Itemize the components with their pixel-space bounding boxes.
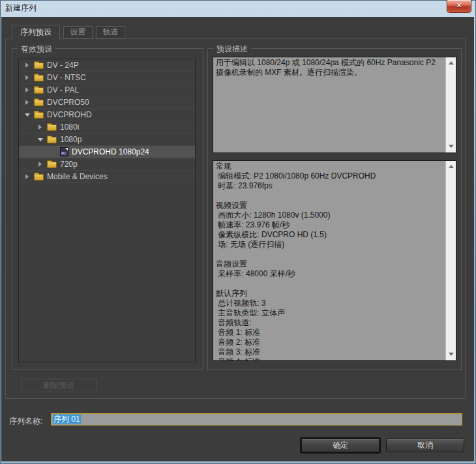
ok-button[interactable]: 确定 bbox=[301, 439, 379, 452]
folder-icon bbox=[47, 124, 57, 131]
expanded-arrow-icon[interactable] bbox=[37, 136, 44, 143]
folder-icon bbox=[34, 174, 44, 181]
available-presets-label: 有效预设 bbox=[18, 44, 55, 55]
tree-item-label: DV - NTSC bbox=[47, 73, 86, 82]
preset-tree: DV - 24PDV - NTSCDV - PALDVCPRO50DVCPROH… bbox=[18, 59, 196, 362]
tab-label: 轨道 bbox=[103, 27, 119, 36]
arrow-spacer bbox=[50, 149, 57, 155]
delete-preset-button[interactable]: 删除预设 bbox=[21, 379, 97, 392]
sequence-name-label: 序列名称: bbox=[9, 416, 42, 427]
tree-item[interactable]: Mobile & Devices bbox=[19, 171, 195, 183]
description-text: 用于编辑以 1080/24p 或 1080/24pa 模式的 60Hz Pana… bbox=[213, 57, 445, 152]
folder-icon bbox=[34, 75, 44, 81]
details-text: 常规 编辑模式: P2 1080i/1080p 60Hz DVCPROHD 时基… bbox=[213, 161, 445, 360]
tree-item-label: DVCPROHD bbox=[47, 110, 92, 119]
tree-item[interactable]: 720p bbox=[19, 158, 195, 171]
tree-item[interactable]: DV - PAL bbox=[19, 84, 195, 96]
tree-item[interactable]: DV - 24P bbox=[19, 59, 195, 72]
folder-icon bbox=[34, 87, 44, 94]
window-title: 新建序列 bbox=[5, 3, 37, 14]
title-bar: 新建序列 ✕ bbox=[0, 0, 476, 17]
tree-item[interactable]: 1080i bbox=[19, 121, 195, 134]
tree-item-label: DV - PAL bbox=[47, 85, 79, 94]
collapsed-arrow-icon[interactable] bbox=[37, 124, 44, 130]
close-icon: ✕ bbox=[456, 1, 462, 9]
tree-item-label: 1080i bbox=[60, 123, 79, 132]
collapsed-arrow-icon[interactable] bbox=[24, 99, 31, 106]
folder-icon bbox=[34, 100, 44, 106]
tree-item-label: 1080p bbox=[60, 135, 82, 144]
collapsed-arrow-icon[interactable] bbox=[24, 87, 31, 93]
preset-icon: Pr bbox=[60, 147, 68, 156]
folder-icon bbox=[47, 137, 57, 143]
collapsed-arrow-icon[interactable] bbox=[37, 161, 44, 167]
tree-item-label: DV - 24P bbox=[47, 61, 79, 70]
tree-item-label: Mobile & Devices bbox=[47, 172, 108, 181]
tree-item[interactable]: DV - NTSC bbox=[19, 72, 195, 84]
tree-item[interactable]: 1080p bbox=[19, 134, 195, 146]
tree-item[interactable]: DVCPROHD bbox=[19, 109, 195, 121]
sequence-name-input[interactable]: 序列 01 bbox=[51, 413, 462, 426]
collapsed-arrow-icon[interactable] bbox=[24, 173, 31, 180]
tab-sequence-presets[interactable]: 序列预设 bbox=[12, 25, 60, 40]
description-box[interactable]: 用于编辑以 1080/24p 或 1080/24pa 模式的 60Hz Pana… bbox=[213, 57, 456, 153]
tab-label: 序列预设 bbox=[20, 27, 52, 36]
preset-description-label: 预设描述 bbox=[213, 44, 251, 55]
scroll-down-icon[interactable] bbox=[446, 350, 456, 359]
tree-item-label: DVCPRO50 bbox=[47, 98, 89, 107]
collapsed-arrow-icon[interactable] bbox=[24, 62, 31, 68]
tab-tracks[interactable]: 轨道 bbox=[96, 26, 125, 38]
tree-item[interactable]: DVCPRO50 bbox=[19, 96, 195, 109]
details-box[interactable]: 常规 编辑模式: P2 1080i/1080p 60Hz DVCPROHD 时基… bbox=[213, 160, 456, 361]
preset-description-group: 预设描述 用于编辑以 1080/24p 或 1080/24pa 模式的 60Hz… bbox=[207, 48, 462, 370]
scroll-down-icon[interactable] bbox=[446, 142, 456, 151]
tab-label: 设置 bbox=[70, 27, 86, 36]
tree-item-label: 720p bbox=[60, 160, 78, 169]
collapsed-arrow-icon[interactable] bbox=[24, 74, 31, 81]
close-button[interactable]: ✕ bbox=[447, 0, 471, 13]
folder-icon bbox=[34, 63, 44, 69]
cancel-button[interactable]: 取消 bbox=[386, 439, 464, 452]
details-scrollbar[interactable] bbox=[445, 161, 456, 360]
available-presets-group: 有效预设 DV - 24PDV - NTSCDV - PALDVCPRO50DV… bbox=[12, 48, 203, 370]
dialog-body: 序列预设 设置 轨道 有效预设 DV - 24PDV - NTSCDV - PA… bbox=[1, 17, 474, 461]
tab-content-pane: 有效预设 DV - 24PDV - NTSCDV - PALDVCPRO50DV… bbox=[5, 38, 466, 399]
tree-item-label: DVCPROHD 1080p24 bbox=[72, 147, 149, 156]
tab-settings[interactable]: 设置 bbox=[63, 26, 93, 38]
new-sequence-dialog: 新建序列 ✕ 序列预设 设置 轨道 有效预设 DV - 24PDV - NTSC… bbox=[0, 0, 476, 464]
scroll-up-icon[interactable] bbox=[446, 162, 456, 171]
folder-icon bbox=[47, 162, 57, 168]
sequence-name-value: 序列 01 bbox=[53, 414, 81, 424]
expanded-arrow-icon[interactable] bbox=[24, 111, 31, 118]
tree-item[interactable]: PrDVCPROHD 1080p24 bbox=[19, 146, 195, 158]
description-scrollbar[interactable] bbox=[445, 57, 456, 152]
folder-icon bbox=[34, 112, 44, 119]
scroll-up-icon[interactable] bbox=[446, 59, 456, 68]
